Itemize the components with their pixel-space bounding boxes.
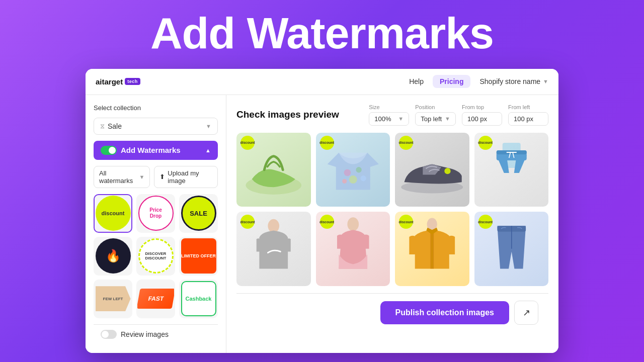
watermark-overlay: discount xyxy=(240,136,255,150)
svg-point-5 xyxy=(360,175,366,181)
limited-offer-badge: LIMITED OFFER xyxy=(181,238,216,274)
from-top-label: From top xyxy=(462,104,484,110)
svg-point-1 xyxy=(344,169,351,176)
product-image-card: discount xyxy=(395,133,469,207)
product-image-card: discount xyxy=(395,212,469,286)
filter-chevron-icon: ▼ xyxy=(139,174,144,180)
watermark-item[interactable]: 🔥 xyxy=(94,237,132,276)
product-image-card: discount xyxy=(316,212,390,286)
watermark-item[interactable]: FEW LEFT xyxy=(94,280,132,318)
from-top-control: From top 100 px xyxy=(462,104,502,126)
from-left-label: From left xyxy=(508,104,530,110)
store-selector[interactable]: Shopify store name ▼ xyxy=(479,77,548,85)
all-watermarks-label: All watermarks xyxy=(99,169,136,185)
price-drop-badge: PriceDrop xyxy=(138,196,174,231)
all-watermarks-dropdown[interactable]: All watermarks ▼ xyxy=(94,166,150,188)
add-watermarks-label: Add Watermarks xyxy=(121,146,181,154)
external-link-icon: ↗ xyxy=(523,307,530,318)
position-label: Position xyxy=(415,104,435,110)
product-image-card: discount xyxy=(474,212,549,286)
watermark-item[interactable]: SALE xyxy=(179,194,218,233)
watermark-item[interactable]: LIMITED OFFER xyxy=(179,237,218,276)
content-header: Check images preview Size 100% ▼ Positio… xyxy=(236,104,548,126)
from-left-control: From left 100 px xyxy=(508,104,548,126)
product-image-card: discount xyxy=(236,133,311,207)
collection-dropdown-left: ⧖ Sale xyxy=(100,122,122,130)
from-top-value: 100 px xyxy=(467,115,487,123)
collection-name: Sale xyxy=(108,122,122,130)
select-collection-label: Select collection xyxy=(94,104,218,112)
review-toggle[interactable] xyxy=(101,330,117,339)
position-value: Top left xyxy=(421,115,442,123)
watermark-overlay: discount xyxy=(399,136,413,150)
watermark-overlay: discount xyxy=(478,136,493,150)
add-watermarks-left: Add Watermarks xyxy=(101,146,181,155)
bottom-bar: Publish collection images ↗ xyxy=(236,293,548,332)
store-name: Shopify store name xyxy=(479,77,540,85)
size-value: 100% xyxy=(374,115,391,123)
svg-point-15 xyxy=(347,218,359,231)
main-content: Select collection ⧖ Sale ▼ Add Watermark… xyxy=(86,95,558,353)
position-dropdown[interactable]: Top left ▼ xyxy=(415,112,456,126)
from-left-value: 100 px xyxy=(514,115,533,123)
nav-right: Help Pricing Shopify store name ▼ xyxy=(409,75,548,88)
watermark-overlay: discount xyxy=(478,215,493,229)
watermark-item[interactable]: PriceDrop xyxy=(136,194,175,233)
dropdown-chevron-icon: ▼ xyxy=(206,123,211,129)
review-toggle-thumb xyxy=(102,331,109,338)
cashback-badge: Cashback xyxy=(181,281,216,316)
watermarks-toolbar: All watermarks ▼ ⬆ Upload my image xyxy=(94,166,218,188)
size-label: Size xyxy=(369,104,379,110)
watermark-item[interactable]: DISCOVER DISCOUNT xyxy=(136,237,175,276)
watermark-overlay: discount xyxy=(320,136,334,150)
logo-badge: tech xyxy=(125,78,140,85)
review-toggle-row: Review images xyxy=(94,324,218,344)
images-grid: discount discount xyxy=(236,133,548,286)
pricing-button[interactable]: Pricing xyxy=(433,75,470,88)
upload-icon: ⬆ xyxy=(159,173,165,180)
fast-badge: FAST xyxy=(136,289,175,309)
hero-title: Add Watermarks xyxy=(150,0,494,69)
discount-badge: discount xyxy=(96,196,131,231)
collection-dropdown[interactable]: ⧖ Sale ▼ xyxy=(94,118,218,135)
from-left-input[interactable]: 100 px xyxy=(508,112,548,126)
filter-icon: ⧖ xyxy=(100,122,105,130)
content-panel: Check images preview Size 100% ▼ Positio… xyxy=(226,95,558,353)
logo-text: aitarget xyxy=(96,77,123,86)
from-top-input[interactable]: 100 px xyxy=(462,112,502,126)
sidebar: Select collection ⧖ Sale ▼ Add Watermark… xyxy=(86,95,226,353)
product-image-card: discount xyxy=(316,133,390,207)
publish-button[interactable]: Publish collection images xyxy=(380,301,510,324)
size-dropdown[interactable]: 100% ▼ xyxy=(369,112,409,126)
add-watermarks-chevron-icon: ▲ xyxy=(205,147,211,153)
size-control: Size 100% ▼ xyxy=(369,104,409,126)
position-control: Position Top left ▼ xyxy=(415,104,456,126)
watermark-item[interactable]: discount xyxy=(94,194,132,233)
svg-point-3 xyxy=(349,175,357,184)
discover-badge: DISCOVER DISCOUNT xyxy=(138,238,174,274)
logo: aitarget tech xyxy=(96,77,140,86)
watermarks-toggle[interactable] xyxy=(101,146,117,155)
toggle-thumb xyxy=(109,147,116,154)
review-label: Review images xyxy=(121,330,169,338)
preview-title: Check images preview xyxy=(236,109,339,120)
controls-row: Size 100% ▼ Position Top left ▼ xyxy=(369,104,548,126)
sale-badge: SALE xyxy=(181,196,216,231)
navbar: aitarget tech Help Pricing Shopify store… xyxy=(86,69,558,95)
few-left-badge: FEW LEFT xyxy=(96,286,131,311)
upload-image-button[interactable]: ⬆ Upload my image xyxy=(154,166,218,188)
watermark-item[interactable]: FAST xyxy=(136,280,175,318)
add-watermarks-button[interactable]: Add Watermarks ▲ xyxy=(94,141,218,160)
watermark-item[interactable]: Cashback xyxy=(179,280,218,318)
upload-label: Upload my image xyxy=(168,169,212,185)
product-image-card: discount xyxy=(236,212,311,286)
watermark-overlay: discount xyxy=(320,215,334,229)
external-link-button[interactable]: ↗ xyxy=(514,301,538,325)
watermarks-grid: discount PriceDrop SALE 🔥 DISCOVER DISCO… xyxy=(94,194,218,318)
position-chevron-icon: ▼ xyxy=(445,116,450,122)
svg-point-7 xyxy=(444,168,450,174)
product-image-card: discount xyxy=(474,133,549,207)
fire-badge: 🔥 xyxy=(96,238,131,274)
help-link[interactable]: Help xyxy=(409,77,424,85)
app-window: aitarget tech Help Pricing Shopify store… xyxy=(86,69,558,353)
